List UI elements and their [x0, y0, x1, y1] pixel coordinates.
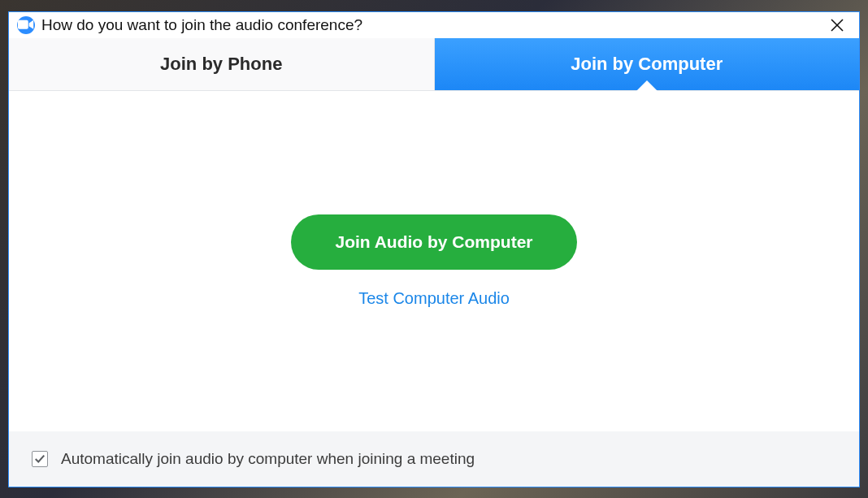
close-icon	[831, 19, 844, 32]
zoom-icon	[17, 16, 35, 34]
check-icon	[34, 453, 46, 465]
tab-join-by-computer[interactable]: Join by Computer	[435, 38, 860, 90]
tab-strip: Join by Phone Join by Computer	[9, 38, 859, 91]
auto-join-checkbox[interactable]	[32, 451, 48, 467]
titlebar: How do you want to join the audio confer…	[9, 12, 859, 38]
auto-join-label: Automatically join audio by computer whe…	[61, 450, 475, 468]
footer: Automatically join audio by computer whe…	[9, 431, 859, 487]
join-audio-button[interactable]: Join Audio by Computer	[291, 214, 576, 270]
test-audio-link[interactable]: Test Computer Audio	[358, 289, 510, 308]
svg-rect-0	[18, 20, 28, 29]
content-area: Join Audio by Computer Test Computer Aud…	[9, 91, 859, 431]
close-button[interactable]	[823, 14, 851, 37]
dialog-title: How do you want to join the audio confer…	[41, 16, 823, 34]
audio-join-dialog: How do you want to join the audio confer…	[8, 11, 860, 487]
tab-join-by-phone[interactable]: Join by Phone	[9, 38, 435, 90]
